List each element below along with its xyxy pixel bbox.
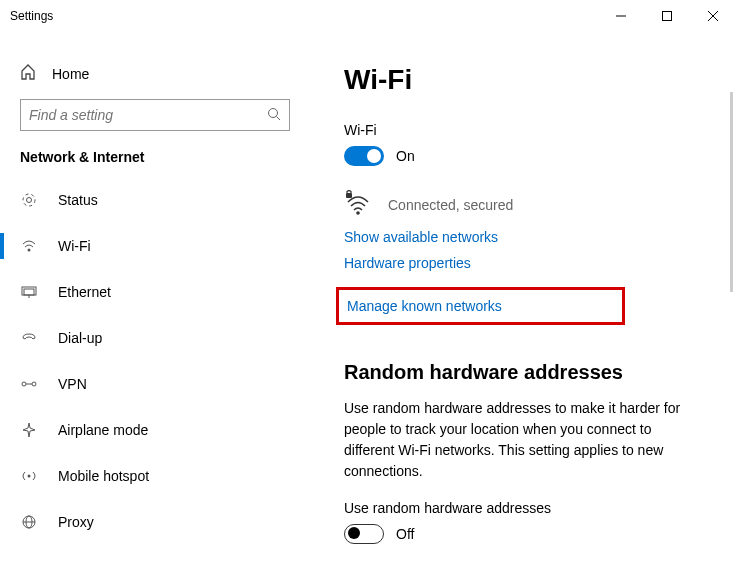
maximize-button[interactable] <box>644 0 690 32</box>
scrollbar-thumb[interactable] <box>730 92 733 292</box>
svg-point-6 <box>27 198 32 203</box>
random-addresses-label: Use random hardware addresses <box>344 500 716 516</box>
svg-point-12 <box>22 382 26 386</box>
sidebar-item-status[interactable]: Status <box>0 177 310 223</box>
airplane-icon <box>20 422 38 438</box>
home-button[interactable]: Home <box>0 56 310 91</box>
secured-wifi-icon <box>344 190 372 219</box>
svg-point-8 <box>28 249 31 252</box>
svg-rect-10 <box>24 289 34 295</box>
sidebar-item-label: Wi-Fi <box>58 238 91 254</box>
wifi-toggle-state: On <box>396 148 415 164</box>
wifi-section-label: Wi-Fi <box>344 122 716 138</box>
connection-status: Connected, secured <box>388 197 513 213</box>
show-networks-link[interactable]: Show available networks <box>344 229 716 245</box>
svg-rect-1 <box>663 12 672 21</box>
wifi-toggle[interactable] <box>344 146 384 166</box>
svg-point-15 <box>28 475 31 478</box>
sidebar-item-dialup[interactable]: Dial-up <box>0 315 310 361</box>
sidebar-item-proxy[interactable]: Proxy <box>0 499 310 545</box>
home-label: Home <box>52 66 89 82</box>
status-icon <box>20 192 38 208</box>
home-icon <box>20 64 36 83</box>
proxy-icon <box>20 514 38 530</box>
sidebar-item-label: Dial-up <box>58 330 102 346</box>
sidebar: Home Network & Internet Status Wi-Fi Eth… <box>0 32 310 583</box>
random-addresses-toggle[interactable] <box>344 524 384 544</box>
window-title: Settings <box>10 9 53 23</box>
highlight-annotation: Manage known networks <box>336 287 625 325</box>
sidebar-item-label: Mobile hotspot <box>58 468 149 484</box>
scrollbar[interactable] <box>724 32 736 583</box>
sidebar-item-wifi[interactable]: Wi-Fi <box>0 223 310 269</box>
random-addresses-body: Use random hardware addresses to make it… <box>344 398 704 482</box>
hardware-properties-link[interactable]: Hardware properties <box>344 255 716 271</box>
wifi-icon <box>20 238 38 254</box>
dialup-icon <box>20 332 38 344</box>
sidebar-item-vpn[interactable]: VPN <box>0 361 310 407</box>
category-header: Network & Internet <box>0 149 310 177</box>
sidebar-item-label: Airplane mode <box>58 422 148 438</box>
manage-known-networks-link[interactable]: Manage known networks <box>347 298 502 314</box>
svg-point-19 <box>356 211 360 215</box>
sidebar-item-label: VPN <box>58 376 87 392</box>
sidebar-item-hotspot[interactable]: Mobile hotspot <box>0 453 310 499</box>
random-addresses-heading: Random hardware addresses <box>344 361 716 384</box>
svg-point-4 <box>269 108 278 117</box>
close-button[interactable] <box>690 0 736 32</box>
window-controls <box>598 0 736 32</box>
content-pane: Wi-Fi Wi-Fi On Connected, secured Show a… <box>310 32 736 583</box>
vpn-icon <box>20 379 38 389</box>
minimize-button[interactable] <box>598 0 644 32</box>
sidebar-item-label: Ethernet <box>58 284 111 300</box>
search-field[interactable] <box>29 107 267 123</box>
page-heading: Wi-Fi <box>344 64 716 96</box>
svg-line-5 <box>277 116 281 120</box>
search-icon <box>267 107 281 124</box>
search-input[interactable] <box>20 99 290 131</box>
random-toggle-state: Off <box>396 526 414 542</box>
sidebar-item-label: Status <box>58 192 98 208</box>
sidebar-item-airplane[interactable]: Airplane mode <box>0 407 310 453</box>
svg-rect-20 <box>346 193 352 198</box>
hotspot-icon <box>20 468 38 484</box>
sidebar-item-label: Proxy <box>58 514 94 530</box>
sidebar-item-ethernet[interactable]: Ethernet <box>0 269 310 315</box>
svg-point-7 <box>23 194 35 206</box>
svg-point-13 <box>32 382 36 386</box>
ethernet-icon <box>20 286 38 298</box>
